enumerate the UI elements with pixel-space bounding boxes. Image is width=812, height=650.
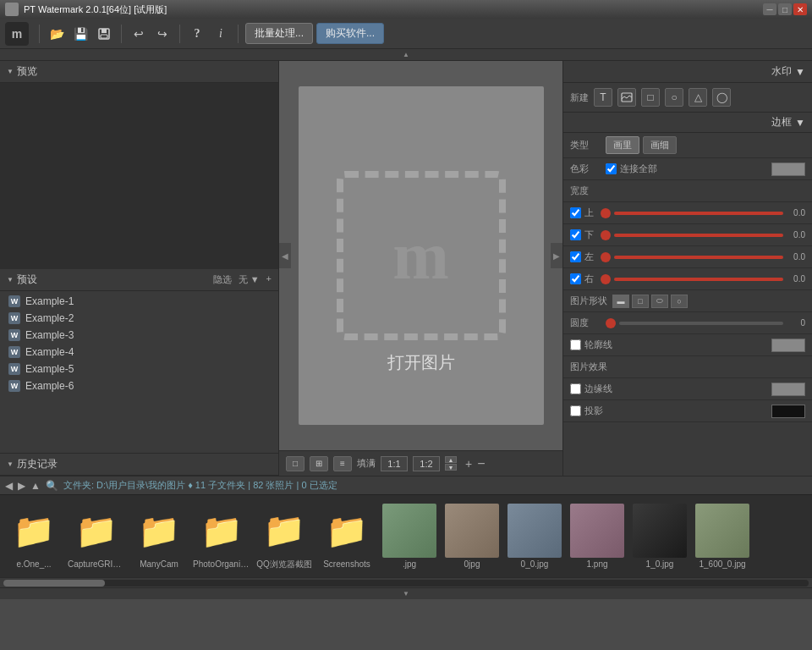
connect-all-checkbox[interactable]: [606, 163, 617, 174]
bottom-checkbox-label[interactable]: 下: [570, 229, 595, 241]
edge-checkbox-label[interactable]: 边缘线: [570, 383, 612, 395]
canvas-right-arrow[interactable]: ▶: [551, 243, 562, 268]
list-item[interactable]: W Example-6: [0, 377, 278, 394]
corner-slider-track[interactable]: [619, 322, 783, 325]
buy-software-button[interactable]: 购买软件...: [316, 23, 384, 44]
list-item[interactable]: W Example-2: [0, 310, 278, 327]
left-checkbox-label[interactable]: 左: [570, 251, 595, 263]
minimize-button[interactable]: ─: [763, 3, 776, 15]
list-item[interactable]: 📁 ManyCam: [129, 502, 189, 570]
open-image-label: 打开图片: [387, 351, 455, 374]
undo-button[interactable]: ↩: [129, 24, 149, 44]
circle-watermark-button[interactable]: ◯: [712, 88, 731, 107]
left-label: 左: [584, 251, 594, 263]
list-item[interactable]: W Example-4: [0, 344, 278, 361]
shape-rect-button[interactable]: ▬: [612, 295, 629, 308]
right-slider-track[interactable]: [614, 278, 783, 281]
info-button[interactable]: i: [211, 24, 231, 44]
maximize-button[interactable]: □: [778, 3, 792, 15]
shadow-color-swatch[interactable]: [771, 405, 805, 418]
save-button[interactable]: 💾: [70, 24, 91, 44]
stamp-border: m: [337, 171, 506, 340]
list-item[interactable]: 📁 PhotoOrganiz...: [191, 502, 252, 570]
view-grid-button[interactable]: ⊞: [310, 456, 328, 471]
file-back-button[interactable]: ◀: [5, 480, 13, 492]
list-item[interactable]: 📁 CaptureGRID 4: [66, 502, 127, 570]
list-item[interactable]: 📁 e.One_...: [3, 502, 64, 570]
top-checkbox-label[interactable]: 上: [570, 207, 595, 219]
save-as-button[interactable]: [94, 24, 114, 44]
top-slider-track[interactable]: [614, 212, 783, 215]
outline-color-swatch[interactable]: [771, 339, 805, 352]
file-search-button[interactable]: 🔍: [46, 480, 58, 492]
preset-filter-button[interactable]: 隐选: [213, 273, 232, 286]
list-item[interactable]: W Example-3: [0, 327, 278, 344]
list-item[interactable]: W Example-5: [0, 361, 278, 377]
list-item[interactable]: 1.png: [567, 502, 628, 570]
list-item[interactable]: 📁 QQ浏览器截图: [254, 501, 315, 572]
help-button[interactable]: ?: [187, 24, 207, 44]
canvas-placeholder[interactable]: m 打开图片: [299, 86, 544, 425]
list-item[interactable]: 0_0.jpg: [504, 502, 565, 570]
bottom-checkbox[interactable]: [570, 229, 581, 240]
canvas-area[interactable]: ◀ m 打开图片 ▶: [279, 61, 562, 450]
ratio-up-button[interactable]: ▲: [445, 456, 457, 463]
shape-circle-button[interactable]: ○: [671, 295, 688, 308]
view-list-button[interactable]: ≡: [333, 456, 352, 471]
preset-list: W Example-1 W Example-2 W Example-3 W Ex…: [0, 291, 278, 453]
left-checkbox[interactable]: [570, 251, 581, 262]
preset-sort-button[interactable]: 无 ▼: [239, 273, 260, 286]
rect-watermark-button[interactable]: □: [641, 88, 660, 107]
list-item[interactable]: 1_0.jpg: [629, 502, 690, 570]
close-button[interactable]: ✕: [793, 3, 807, 15]
open-button[interactable]: 📂: [47, 24, 67, 44]
list-item[interactable]: 0jpg: [442, 502, 502, 570]
zoom-in-button[interactable]: +: [465, 457, 472, 471]
scrollbar-thumb[interactable]: [3, 580, 105, 587]
ellipse-watermark-button[interactable]: ○: [665, 88, 683, 107]
list-item[interactable]: W Example-1: [0, 293, 278, 310]
shape-square-button[interactable]: □: [632, 295, 649, 308]
redo-button[interactable]: ↪: [152, 24, 173, 44]
connect-all-checkbox-label[interactable]: 连接全部: [606, 162, 657, 175]
file-strip: 📁 e.One_... 📁 CaptureGRID 4 📁 ManyCam 📁 …: [0, 494, 812, 577]
type-inside-button[interactable]: 画里: [606, 136, 639, 154]
list-item[interactable]: 1_600_0.jpg: [692, 502, 753, 570]
color-swatch[interactable]: [771, 162, 805, 176]
bottom-slider-track[interactable]: [614, 234, 783, 237]
ratio-down-button[interactable]: ▼: [445, 464, 457, 471]
right-checkbox-label[interactable]: 右: [570, 273, 595, 285]
batch-process-button[interactable]: 批量处理...: [245, 23, 313, 44]
canvas-left-arrow[interactable]: ◀: [279, 243, 291, 268]
bottom-scrollbar[interactable]: [0, 577, 812, 587]
image-watermark-button[interactable]: [617, 88, 636, 107]
list-item[interactable]: .jpg: [379, 502, 440, 570]
zoom-out-button[interactable]: −: [477, 456, 485, 471]
text-watermark-button[interactable]: T: [594, 88, 612, 107]
shadow-row: 投影: [563, 400, 812, 422]
triangle-watermark-button[interactable]: △: [689, 88, 707, 107]
bottom-scroll-arrow[interactable]: ▼: [0, 587, 812, 599]
right-slider-value: 0.0: [788, 274, 805, 284]
left-slider-track[interactable]: [614, 256, 783, 259]
corner-value: 0: [788, 318, 805, 328]
view-single-button[interactable]: □: [286, 456, 304, 471]
shadow-checkbox[interactable]: [570, 405, 581, 416]
type-outside-button[interactable]: 画细: [643, 136, 677, 154]
list-item[interactable]: 📁 Screenshots: [316, 502, 377, 570]
preset-add-button[interactable]: +: [266, 273, 272, 286]
file-forward-button[interactable]: ▶: [18, 480, 25, 492]
preview-label: 预览: [17, 64, 37, 79]
scrollbar-track[interactable]: [3, 580, 809, 587]
top-checkbox[interactable]: [570, 207, 581, 218]
effects-label: 图片效果: [570, 361, 621, 373]
outline-checkbox[interactable]: [570, 339, 581, 350]
shape-oval-button[interactable]: ⬭: [651, 295, 668, 308]
edge-checkbox[interactable]: [570, 383, 581, 394]
file-up-button[interactable]: ▲: [30, 480, 41, 492]
top-scroll-arrow[interactable]: ▲: [0, 49, 812, 61]
edge-color-swatch[interactable]: [771, 383, 805, 396]
outline-checkbox-label[interactable]: 轮廓线: [570, 339, 612, 351]
shadow-checkbox-label[interactable]: 投影: [570, 405, 603, 417]
right-checkbox[interactable]: [570, 273, 581, 284]
